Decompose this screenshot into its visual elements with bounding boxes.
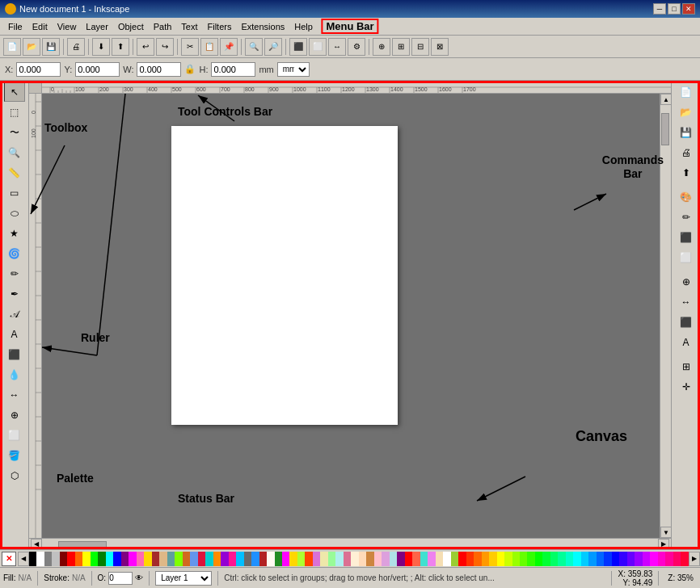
calligraphy-tool[interactable]: 𝒜 — [4, 304, 25, 324]
vscroll-up[interactable]: ▲ — [660, 94, 671, 105]
palette-color[interactable] — [129, 552, 136, 566]
palette-color[interactable] — [428, 552, 435, 566]
menu-extensions[interactable]: Extensions — [236, 20, 289, 33]
palette-color[interactable] — [36, 552, 44, 566]
cmd-grid[interactable]: ⊞ — [676, 357, 697, 376]
print-button[interactable]: 🖨 — [67, 38, 85, 56]
horizontal-scrollbar[interactable]: ◀ ▶ — [29, 538, 671, 549]
cmd-gradient[interactable]: ⬛ — [676, 228, 697, 247]
palette-color[interactable] — [282, 552, 289, 566]
spiral-tool[interactable]: 🌀 — [4, 244, 25, 263]
palette-color[interactable] — [366, 552, 373, 566]
palette-color[interactable] — [673, 552, 681, 566]
palette-color[interactable] — [60, 552, 67, 566]
rect-tool[interactable]: ▭ — [4, 183, 25, 203]
menu-view[interactable]: View — [53, 20, 82, 33]
distribute-button[interactable]: ⬜ — [309, 38, 327, 56]
palette-color[interactable] — [183, 552, 190, 566]
palette-color[interactable] — [482, 552, 489, 566]
palette-color[interactable] — [82, 552, 90, 566]
cmd-export[interactable]: ⬆ — [676, 163, 697, 183]
snap2-button[interactable]: ⊞ — [392, 38, 410, 56]
palette-color[interactable] — [643, 552, 650, 566]
menu-object[interactable]: Object — [113, 20, 149, 33]
palette-color[interactable] — [474, 552, 481, 566]
palette-color[interactable] — [137, 552, 144, 566]
palette-color[interactable] — [344, 552, 351, 566]
palette-color[interactable] — [98, 552, 105, 566]
h-coord-input[interactable] — [211, 62, 255, 77]
palette-color[interactable] — [320, 552, 327, 566]
new-button[interactable]: 📄 — [3, 38, 21, 56]
palette-x-button[interactable]: ✕ — [2, 552, 16, 566]
zoom-out-button[interactable]: 🔎 — [264, 38, 282, 56]
pen-tool[interactable]: ✒ — [4, 284, 25, 304]
cmd-open[interactable]: 📂 — [676, 103, 697, 122]
palette-color[interactable] — [259, 552, 267, 566]
palette-color[interactable] — [152, 552, 159, 566]
cut-button[interactable]: ✂ — [181, 38, 199, 56]
cmd-new[interactable]: 📄 — [676, 82, 697, 102]
palette-color[interactable] — [489, 552, 496, 566]
palette-color[interactable] — [527, 552, 534, 566]
palette-color[interactable] — [658, 552, 665, 566]
palette-color[interactable] — [550, 552, 558, 566]
import-button[interactable]: ⬇ — [92, 38, 110, 56]
spray-tool[interactable]: ⊕ — [4, 405, 25, 425]
zoom-in-button[interactable]: 🔍 — [245, 38, 263, 56]
palette-color[interactable] — [581, 552, 588, 566]
snap4-button[interactable]: ⊠ — [431, 38, 449, 56]
palette-color[interactable] — [91, 552, 98, 566]
palette-color[interactable] — [520, 552, 527, 566]
palette-color[interactable] — [106, 552, 113, 566]
palette-scroll-left[interactable]: ◀ — [18, 552, 29, 566]
palette-color[interactable] — [289, 552, 297, 566]
palette-color[interactable] — [29, 552, 36, 566]
palette-color[interactable] — [382, 552, 389, 566]
palette-color[interactable] — [512, 552, 520, 566]
y-coord-input[interactable] — [75, 62, 120, 77]
menu-edit[interactable]: Edit — [27, 20, 53, 33]
menu-text[interactable]: Text — [176, 20, 202, 33]
tweak-tool[interactable]: 〜 — [4, 123, 25, 142]
canvas-scroll[interactable] — [42, 94, 660, 538]
palette-color[interactable] — [198, 552, 205, 566]
save-button[interactable]: 💾 — [42, 38, 60, 56]
palette-color[interactable] — [167, 552, 175, 566]
palette-color[interactable] — [305, 552, 312, 566]
palette-color[interactable] — [412, 552, 420, 566]
star-tool[interactable]: ★ — [4, 224, 25, 243]
object-props-button[interactable]: ⚙ — [348, 38, 365, 56]
palette-color[interactable] — [351, 552, 358, 566]
palette-color[interactable] — [436, 552, 443, 566]
align-button[interactable]: ⬛ — [289, 38, 307, 56]
palette-color[interactable] — [159, 552, 167, 566]
undo-button[interactable]: ↩ — [137, 38, 154, 56]
hscroll-thumb[interactable] — [58, 541, 107, 548]
cmd-align[interactable]: ⬛ — [676, 313, 697, 332]
text-tool[interactable]: A — [4, 325, 25, 344]
palette-color[interactable] — [619, 552, 626, 566]
palette-color[interactable] — [535, 552, 542, 566]
palette-color[interactable] — [328, 552, 335, 566]
x-coord-input[interactable] — [16, 62, 61, 77]
palette-color[interactable] — [451, 552, 458, 566]
layer-select[interactable]: Layer 1 — [155, 571, 212, 586]
palette-color[interactable] — [497, 552, 504, 566]
palette-color[interactable] — [190, 552, 197, 566]
eraser-tool[interactable]: ⬜ — [4, 426, 25, 445]
transform-button[interactable]: ↔ — [328, 38, 346, 56]
palette-color[interactable] — [650, 552, 657, 566]
ellipse-tool[interactable]: ⬭ — [4, 204, 25, 223]
palette-color[interactable] — [405, 552, 412, 566]
hscroll-left[interactable]: ◀ — [31, 539, 42, 550]
palette-color[interactable] — [374, 552, 382, 566]
palette-color[interactable] — [359, 552, 366, 566]
palette-color[interactable] — [635, 552, 642, 566]
measure-tool[interactable]: 📏 — [4, 163, 25, 183]
palette-color[interactable] — [213, 552, 221, 566]
palette-color[interactable] — [244, 552, 251, 566]
palette-color[interactable] — [542, 552, 550, 566]
export-button[interactable]: ⬆ — [112, 38, 129, 56]
gradient-tool[interactable]: ⬛ — [4, 345, 25, 364]
